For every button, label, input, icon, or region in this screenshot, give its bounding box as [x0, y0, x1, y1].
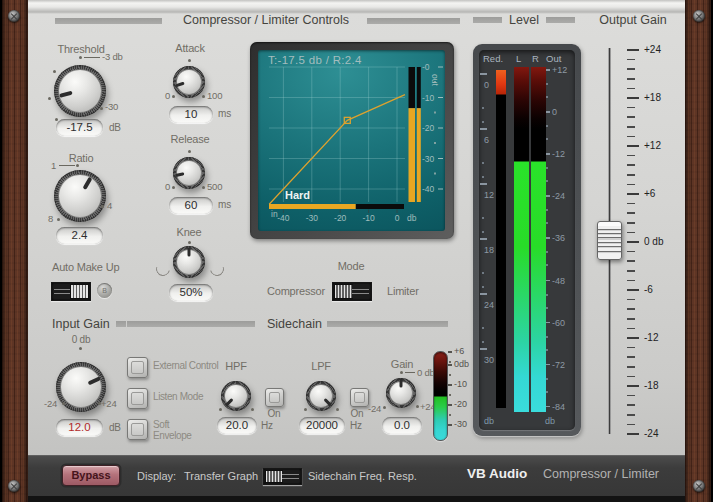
- svg-text:-20: -20: [334, 213, 347, 223]
- lpf-knob[interactable]: [306, 381, 336, 411]
- red-scale-label: 24: [484, 300, 494, 310]
- sc-gain-value[interactable]: 0.0: [382, 417, 422, 434]
- soft-envelope-checkbox[interactable]: [127, 419, 148, 440]
- attack-max-label: 100: [207, 90, 222, 101]
- plugin-window: Compressor / Limiter Controls Level Outp…: [0, 0, 713, 502]
- output-gain-scale-label: +18: [644, 92, 661, 103]
- knee-knob[interactable]: [173, 246, 205, 278]
- out-scale-dot: [546, 391, 548, 393]
- wood-rail-right: [685, 0, 711, 502]
- red-scale-label: 12: [484, 190, 494, 200]
- screw-icon: [8, 10, 20, 22]
- sc-meter-tick: [448, 404, 452, 406]
- ratio-4-label: 4: [107, 200, 112, 211]
- sc-meter-tick: [448, 364, 452, 366]
- out-scale-dot: [546, 209, 548, 211]
- display-switch[interactable]: [263, 468, 302, 485]
- output-gain-major-tick: [627, 241, 639, 243]
- transfer-graph-frame: T:-17.5 db / R:2.4 Hard in-40-30-20-100d…: [250, 42, 454, 239]
- output-gain-minor-tick: [627, 107, 635, 109]
- threshold-value[interactable]: -17.5: [56, 119, 103, 136]
- hpf-value[interactable]: 20.0: [217, 417, 257, 434]
- external-control-checkbox[interactable]: [127, 357, 148, 378]
- output-gain-minor-tick: [627, 78, 635, 80]
- svg-text:db: db: [407, 213, 417, 223]
- sc-meter-dot: [449, 394, 451, 396]
- out-scale-dot: [546, 180, 548, 182]
- db-label: db: [545, 416, 555, 426]
- output-gain-minor-tick: [627, 88, 635, 90]
- red-scale-dot: [482, 327, 484, 329]
- sc-meter-dot: [449, 414, 451, 416]
- ratio-value[interactable]: 2.4: [56, 227, 103, 244]
- listen-mode-checkbox[interactable]: [127, 388, 148, 409]
- threshold-knob[interactable]: [54, 65, 106, 117]
- output-gain-fader[interactable]: [597, 221, 622, 260]
- output-gain-minor-tick: [627, 212, 635, 214]
- product-name: Compressor / Limiter: [543, 467, 659, 481]
- svg-text:-10: -10: [362, 213, 375, 223]
- out-scale-dot: [546, 264, 548, 266]
- switch-handle: [265, 470, 283, 483]
- red-scale-tick: [480, 183, 487, 185]
- auto-make-up-switch[interactable]: [51, 282, 91, 301]
- auto-make-up-label: Auto Make Up: [52, 261, 119, 273]
- lpf-on-button[interactable]: [350, 388, 369, 407]
- sc-meter-scale-label: -30: [454, 419, 467, 429]
- svg-text:-10: -10: [422, 93, 435, 103]
- sc-meter-tick: [448, 351, 452, 353]
- ratio-knob[interactable]: [54, 170, 106, 222]
- knee-value[interactable]: 50%: [169, 284, 213, 301]
- red-scale-label: 6: [484, 135, 489, 145]
- sc-gain-knob[interactable]: [386, 378, 416, 408]
- level-meter-panel: Red.LROut0612182430+120-12-24-36-48-60-7…: [473, 44, 581, 436]
- out-scale-dot: [546, 138, 548, 140]
- meter-header: Red.: [483, 53, 503, 64]
- sc-gain-label: Gain: [391, 358, 413, 370]
- lpf-label: LPF: [311, 360, 331, 372]
- output-gain-minor-tick: [627, 222, 635, 224]
- output-gain-scale-label: +24: [644, 44, 661, 55]
- attack-knob[interactable]: [173, 66, 205, 98]
- threshold-max-label: -3 db: [102, 51, 123, 62]
- output-gain-minor-tick: [627, 203, 635, 205]
- red-scale-dot: [482, 341, 484, 343]
- controls-section-title: Compressor / Limiter Controls: [183, 13, 349, 27]
- output-gain-minor-tick: [627, 260, 635, 262]
- output-gain-minor-tick: [627, 251, 635, 253]
- out-scale-label: -84: [552, 402, 565, 412]
- bypass-button[interactable]: Bypass: [62, 465, 120, 486]
- svg-text:-40: -40: [277, 213, 290, 223]
- input-gain-value[interactable]: 12.0: [56, 419, 103, 436]
- output-gain-major-tick: [627, 193, 639, 195]
- out-scale-dot: [546, 378, 548, 380]
- attack-value[interactable]: 10: [169, 106, 213, 123]
- threshold-label: Threshold: [57, 43, 104, 55]
- svg-text:-40: -40: [422, 184, 435, 194]
- hpf-knob[interactable]: [221, 381, 251, 411]
- svg-text:-20: -20: [422, 123, 435, 133]
- out-scale-label: -24: [552, 191, 565, 201]
- red-scale-dot: [482, 231, 484, 233]
- lpf-value[interactable]: 20000: [299, 417, 345, 434]
- out-scale-label: +12: [552, 65, 567, 75]
- auto-make-up-aux-button[interactable]: B: [97, 283, 112, 298]
- output-gain-minor-tick: [627, 395, 635, 397]
- out-scale-label: -72: [552, 360, 565, 370]
- bottom-strip: [28, 496, 685, 502]
- release-value[interactable]: 60: [169, 197, 213, 214]
- screw-icon: [693, 480, 705, 492]
- mode-switch[interactable]: [332, 282, 372, 301]
- output-gain-major-tick: [627, 385, 639, 387]
- release-knob[interactable]: [173, 157, 205, 189]
- release-unit: ms: [218, 199, 231, 210]
- soft-envelope-label: Soft Envelope: [153, 419, 205, 441]
- output-gain-scale-label: -12: [644, 332, 658, 343]
- main-panel: Compressor / Limiter Controls Level Outp…: [28, 0, 685, 502]
- meter-header: L: [516, 53, 521, 64]
- red-scale-dot: [482, 107, 484, 109]
- output-gain-minor-tick: [627, 404, 635, 406]
- out-scale-dot: [546, 336, 548, 338]
- hpf-on-button[interactable]: [265, 388, 284, 407]
- sc-meter-scale-label: +6: [454, 346, 464, 356]
